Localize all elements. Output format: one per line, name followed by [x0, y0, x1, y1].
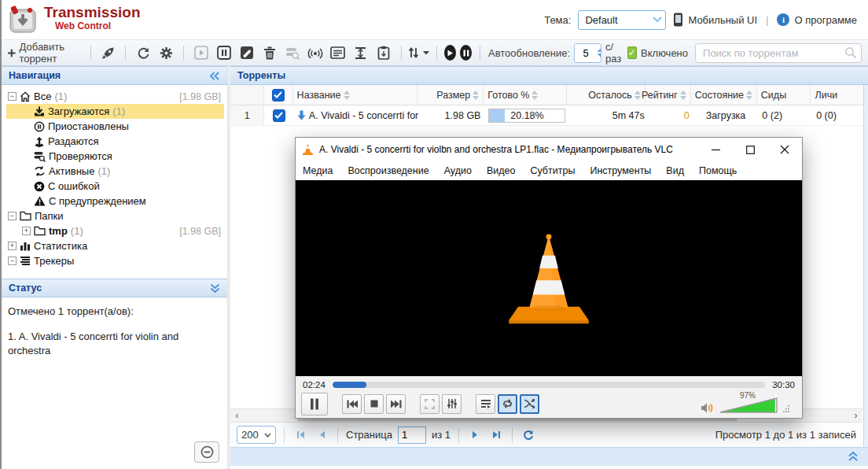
menu-playback[interactable]: Воспроизведение	[348, 165, 428, 176]
vlc-playlist-button[interactable]	[476, 394, 495, 414]
expand-up-icon[interactable]	[848, 451, 859, 462]
expander-icon[interactable]: +	[22, 227, 31, 235]
autorefresh-spinner[interactable]	[574, 43, 601, 63]
sidebar-item-checking[interactable]: Проверяются	[6, 149, 224, 164]
menu-help[interactable]: Помощь	[699, 165, 737, 176]
expander-icon[interactable]: −	[8, 92, 17, 101]
collapse-left-icon[interactable]	[209, 72, 220, 80]
minimize-icon[interactable]	[698, 138, 733, 161]
sidebar-item-tmp-folder[interactable]: + tmp (1) [1.98 GB]	[6, 223, 224, 238]
resize-grip-icon[interactable]	[783, 405, 790, 412]
page-number-input[interactable]	[398, 427, 426, 444]
torrent-name: A. Vivaldi - 5 concerrti for violin an	[309, 110, 418, 121]
vlc-shuffle-button[interactable]	[520, 394, 539, 414]
start-torrent-button[interactable]	[192, 43, 211, 62]
spinner-down-icon[interactable]	[597, 53, 601, 57]
vlc-window[interactable]: A. Vivaldi - 5 concerrti for violbn and …	[295, 137, 803, 419]
row-checkbox[interactable]	[264, 105, 292, 125]
sidebar-item-statistics[interactable]: + Статистика	[6, 238, 224, 253]
details-button[interactable]	[329, 43, 348, 62]
menu-media[interactable]: Медиа	[303, 165, 333, 176]
expander-icon[interactable]: −	[8, 212, 17, 220]
column-label: Состояние	[695, 90, 744, 101]
select-all-checkbox[interactable]	[264, 85, 292, 105]
column-header-peers[interactable]: Личи	[811, 85, 866, 105]
sidebar-item-warning[interactable]: С предупреждением	[6, 194, 224, 209]
sidebar-item-folders[interactable]: − Папки	[6, 209, 224, 223]
speed-limit-icon	[354, 46, 367, 60]
vlc-seek-bar[interactable]	[333, 382, 765, 388]
vlc-fullscreen-button[interactable]	[420, 394, 440, 414]
menu-view[interactable]: Вид	[666, 165, 684, 176]
refresh-button[interactable]	[134, 43, 153, 62]
sidebar-item-all[interactable]: − Все (1) [1.98 GB]	[6, 89, 224, 104]
menu-video[interactable]: Видео	[487, 165, 516, 176]
page-label: Страница	[346, 429, 392, 441]
page-size-select[interactable]: 200	[237, 426, 276, 444]
collapse-down-icon[interactable]	[210, 283, 220, 294]
close-icon[interactable]	[767, 138, 802, 161]
search-input[interactable]	[695, 43, 862, 63]
column-header-seeds[interactable]: Сиды	[757, 85, 811, 105]
verify-torrent-button[interactable]	[283, 43, 302, 62]
expander-icon[interactable]: +	[8, 242, 17, 250]
vlc-pause-button[interactable]	[301, 393, 328, 415]
column-header-size[interactable]: Размер	[417, 85, 484, 105]
delete-torrent-button[interactable]	[260, 43, 279, 62]
sidebar-item-seeding[interactable]: Раздаются	[6, 134, 224, 149]
column-header-done[interactable]: Готово %	[484, 85, 567, 105]
rocket-icon	[101, 46, 115, 60]
theme-select[interactable]: Default	[578, 10, 666, 30]
vlc-next-button[interactable]	[386, 394, 406, 414]
menu-subtitles[interactable]: Субтитры	[530, 165, 575, 176]
add-torrent-button[interactable]: Добавить торрент	[8, 43, 83, 62]
settings-button[interactable]	[156, 43, 175, 62]
volume-slider[interactable]: 97%	[719, 393, 778, 414]
queue-pause-button[interactable]	[460, 45, 472, 61]
last-page-button[interactable]	[488, 427, 504, 443]
column-header-state[interactable]: Состояние	[691, 85, 757, 105]
table-row[interactable]: 1 A. Vivaldi - 5 concerrti for violin an…	[230, 105, 868, 126]
pause-torrent-button[interactable]	[215, 43, 234, 62]
sidebar-collapse-button[interactable]	[194, 441, 219, 463]
alt-speed-button[interactable]	[351, 43, 370, 62]
refresh-list-button[interactable]	[520, 427, 536, 443]
sidebar-item-active[interactable]: Активные (1)	[6, 164, 224, 179]
expander-icon[interactable]: −	[8, 257, 17, 265]
sort-button[interactable]	[410, 43, 428, 62]
sidebar-item-error[interactable]: С ошибкой	[6, 179, 224, 194]
maximize-icon[interactable]	[733, 138, 767, 161]
next-page-button[interactable]	[467, 427, 483, 443]
vlc-previous-button[interactable]	[342, 394, 362, 414]
autorefresh-enabled-checkbox[interactable]: ✓	[627, 46, 637, 59]
about-button[interactable]: i О программе	[777, 13, 857, 26]
scroll-left-icon[interactable]: ‹	[230, 409, 244, 423]
vlc-video-area[interactable]	[296, 180, 802, 376]
transmission-logo-icon	[8, 5, 38, 35]
queue-start-button[interactable]	[444, 45, 456, 61]
menu-audio[interactable]: Аудио	[444, 165, 472, 176]
first-page-button[interactable]	[292, 427, 308, 443]
scroll-right-icon[interactable]: ›	[849, 409, 862, 423]
prev-page-button[interactable]	[314, 427, 329, 443]
vlc-equalizer-button[interactable]	[442, 394, 462, 414]
vlc-loop-button[interactable]	[498, 394, 517, 414]
vlc-titlebar[interactable]: A. Vivaldi - 5 concerrti for violbn and …	[296, 138, 802, 161]
reannounce-button[interactable]	[306, 43, 325, 62]
speaker-icon[interactable]	[701, 402, 714, 414]
torrent-seeds: 0 (2)	[758, 105, 812, 125]
copy-path-button[interactable]	[374, 43, 393, 62]
menu-tools[interactable]: Инструменты	[590, 165, 651, 176]
sidebar-item-label: Раздаются	[48, 135, 99, 147]
sidebar-item-trackers[interactable]: − Трекеры	[6, 253, 224, 268]
autorefresh-input[interactable]	[575, 44, 597, 62]
mobile-ui-button[interactable]: Мобильный UI	[673, 13, 757, 27]
start-server-button[interactable]	[98, 43, 117, 62]
vlc-stop-button[interactable]	[364, 394, 384, 414]
column-header-name[interactable]: Название	[293, 85, 417, 105]
sidebar-item-paused[interactable]: Приостановлены	[6, 119, 224, 134]
column-header-rating[interactable]: Рейтинг	[645, 85, 691, 105]
sidebar-item-downloading[interactable]: Загружаются (1)	[6, 104, 224, 119]
column-header-remaining[interactable]: Осталось	[567, 85, 645, 105]
edit-torrent-button[interactable]	[237, 43, 256, 62]
